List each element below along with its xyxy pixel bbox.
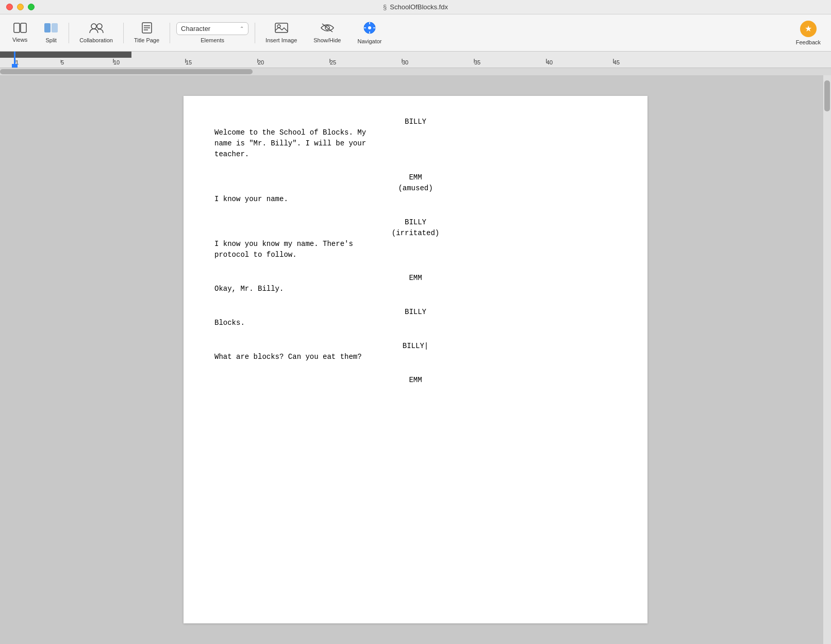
- navigator-icon: [363, 21, 376, 36]
- vertical-scrollbar[interactable]: [823, 75, 831, 644]
- feedback-star-icon: ★: [800, 21, 817, 37]
- svg-rect-43: [12, 64, 18, 68]
- dialogue-billy-2: I know you know my name. There'sprotocol…: [214, 239, 617, 260]
- file-name: SchoolOfBlocks.fdx: [390, 3, 448, 11]
- svg-rect-0: [14, 23, 20, 32]
- svg-text:15: 15: [186, 59, 192, 65]
- insert-image-button[interactable]: Insert Image: [257, 19, 305, 46]
- scene-6: BILLY| What are blocks? Can you eat them…: [214, 341, 617, 362]
- dialogue-billy-3: Blocks.: [214, 318, 617, 328]
- dialogue-billy-1: Welcome to the School of Blocks. Myname …: [214, 127, 617, 160]
- toolbar-divider-3: [170, 23, 170, 43]
- character-name-emm-1: EMM: [214, 172, 617, 183]
- character-name-billy-4: BILLY|: [214, 341, 617, 352]
- window-title: § SchoolOfBlocks.fdx: [383, 3, 448, 11]
- scene-5: BILLY Blocks.: [214, 307, 617, 328]
- character-name-emm-2: EMM: [214, 273, 617, 284]
- navigator-label: Navigator: [357, 38, 381, 44]
- ruler-svg: 1 5 10 15 20 25 30 35 40 45: [0, 52, 831, 68]
- parenthetical-amused: (amused): [214, 183, 617, 194]
- maximize-button[interactable]: [28, 4, 35, 10]
- ruler: 1 5 10 15 20 25 30 35 40 45: [0, 52, 831, 68]
- elements-value: Character: [181, 25, 238, 32]
- split-button[interactable]: Split: [36, 19, 67, 46]
- show-hide-label: Show/Hide: [313, 37, 341, 43]
- svg-rect-21: [0, 52, 131, 58]
- elements-dropdown[interactable]: Character ⌃ Elements: [172, 19, 253, 46]
- navigator-button[interactable]: Navigator: [349, 18, 390, 47]
- title-page-label: Title Page: [134, 37, 159, 43]
- document-page: BILLY Welcome to the School of Blocks. M…: [184, 96, 647, 623]
- feedback-button[interactable]: ★ Feedback: [790, 18, 827, 48]
- scene-2: EMM (amused) I know your name.: [214, 172, 617, 205]
- svg-point-4: [91, 24, 96, 29]
- show-hide-button[interactable]: Show/Hide: [305, 19, 349, 46]
- dialogue-emm-2: Okay, Mr. Billy.: [214, 284, 617, 294]
- close-button[interactable]: [6, 4, 13, 10]
- title-bar: § SchoolOfBlocks.fdx: [0, 0, 831, 14]
- character-name-billy-2: BILLY: [214, 217, 617, 228]
- dialogue-emm-1: I know your name.: [214, 194, 617, 205]
- content-area: BILLY Welcome to the School of Blocks. M…: [0, 75, 831, 644]
- insert-image-icon: [275, 22, 288, 35]
- show-hide-icon: [320, 22, 335, 35]
- views-label: Views: [12, 37, 27, 43]
- svg-point-15: [368, 26, 371, 29]
- svg-text:40: 40: [546, 59, 553, 65]
- dialogue-billy-4: What are blocks? Can you eat them?: [214, 352, 617, 362]
- svg-text:35: 35: [474, 59, 480, 65]
- scene-3: BILLY (irritated) I know you know my nam…: [214, 217, 617, 260]
- elements-label: Elements: [201, 37, 224, 43]
- svg-point-5: [97, 24, 102, 29]
- character-name-emm-3: EMM: [214, 375, 617, 386]
- collaboration-button[interactable]: Collaboration: [71, 19, 121, 46]
- traffic-lights: [6, 4, 35, 10]
- svg-rect-1: [21, 23, 26, 32]
- title-page-button[interactable]: Title Page: [126, 19, 168, 46]
- title-page-icon: [141, 22, 153, 35]
- feedback-label: Feedback: [796, 39, 821, 45]
- insert-image-label: Insert Image: [265, 37, 297, 43]
- svg-text:20: 20: [258, 59, 264, 65]
- file-icon: §: [383, 3, 387, 11]
- character-name-billy-1: BILLY: [214, 117, 617, 127]
- v-scrollbar-thumb[interactable]: [824, 80, 830, 111]
- toolbar-divider-1: [69, 23, 69, 43]
- toolbar: Views Split Collabor: [0, 14, 831, 52]
- character-name-billy-3: BILLY: [214, 307, 617, 318]
- svg-text:10: 10: [113, 59, 120, 65]
- svg-text:25: 25: [330, 59, 336, 65]
- collaboration-icon: [89, 22, 104, 35]
- scene-4: EMM Okay, Mr. Billy.: [214, 273, 617, 294]
- toolbar-divider-2: [123, 23, 124, 43]
- scene-1: BILLY Welcome to the School of Blocks. M…: [214, 117, 617, 160]
- svg-text:5: 5: [61, 59, 64, 65]
- parenthetical-irritated: (irritated): [214, 228, 617, 239]
- toolbar-divider-4: [255, 23, 255, 43]
- split-icon: [44, 22, 58, 35]
- screenplay-content[interactable]: BILLY Welcome to the School of Blocks. M…: [214, 117, 617, 386]
- scene-7: EMM: [214, 375, 617, 386]
- split-label: Split: [45, 37, 56, 43]
- svg-text:30: 30: [402, 59, 408, 65]
- svg-rect-10: [275, 23, 288, 32]
- svg-text:45: 45: [613, 59, 620, 65]
- svg-rect-2: [44, 23, 51, 32]
- horizontal-scrollbar[interactable]: [0, 68, 831, 75]
- views-icon: [13, 23, 27, 35]
- elements-select[interactable]: Character ⌃: [176, 22, 248, 35]
- chevron-down-icon: ⌃: [240, 26, 244, 31]
- collaboration-label: Collaboration: [79, 37, 113, 43]
- svg-rect-3: [52, 23, 58, 32]
- minimize-button[interactable]: [17, 4, 24, 10]
- views-button[interactable]: Views: [4, 20, 36, 46]
- scrollbar-thumb[interactable]: [0, 69, 253, 74]
